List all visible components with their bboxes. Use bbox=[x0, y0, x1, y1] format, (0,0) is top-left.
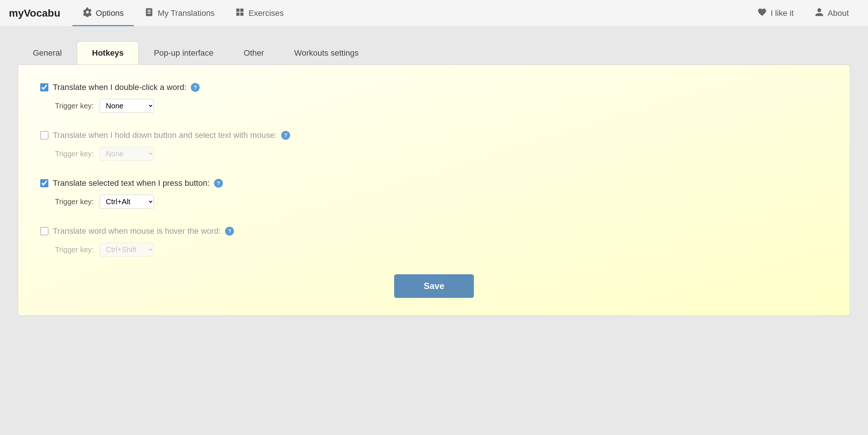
press-button-checkbox[interactable] bbox=[40, 179, 48, 187]
hover-trigger-select[interactable]: None Ctrl Alt Shift Ctrl+Alt Ctrl+Shift bbox=[100, 243, 154, 257]
save-button[interactable]: Save bbox=[394, 274, 474, 298]
nav-item-i-like-it-label: I like it bbox=[771, 8, 793, 18]
tabs: General Hotkeys Pop-up interface Other W… bbox=[18, 41, 850, 65]
nav-right: I like it About bbox=[747, 0, 859, 26]
settings-panel: Translate when I double-click a word: ? … bbox=[18, 65, 850, 316]
hold-button-checkbox[interactable] bbox=[40, 131, 48, 139]
setting-press-button-label-row: Translate selected text when I press but… bbox=[40, 178, 828, 188]
nav-item-exercises-label: Exercises bbox=[248, 8, 283, 18]
double-click-trigger-select[interactable]: None Ctrl Alt Shift Ctrl+Alt Ctrl+Shift bbox=[100, 99, 154, 113]
double-click-trigger-row: Trigger key: None Ctrl Alt Shift Ctrl+Al… bbox=[40, 99, 828, 113]
tab-general[interactable]: General bbox=[18, 41, 77, 65]
nav-item-options[interactable]: Options bbox=[72, 0, 134, 26]
setting-hover-label-row: Translate word when mouse is hover the w… bbox=[40, 226, 828, 236]
press-button-trigger-select[interactable]: None Ctrl Alt Shift Ctrl+Alt Ctrl+Shift bbox=[100, 195, 154, 209]
hold-button-trigger-label: Trigger key: bbox=[55, 150, 94, 158]
press-button-trigger-label: Trigger key: bbox=[55, 198, 94, 206]
setting-hover: Translate word when mouse is hover the w… bbox=[40, 226, 828, 257]
nav-item-exercises[interactable]: Exercises bbox=[225, 0, 294, 26]
setting-hold-button: Translate when I hold down button and se… bbox=[40, 130, 828, 161]
setting-double-click: Translate when I double-click a word: ? … bbox=[40, 83, 828, 113]
nav-item-my-translations-label: My Translations bbox=[158, 8, 214, 18]
nav-item-my-translations[interactable]: My Translations bbox=[134, 0, 225, 26]
setting-press-button: Translate selected text when I press but… bbox=[40, 178, 828, 209]
hover-label: Translate word when mouse is hover the w… bbox=[53, 226, 221, 236]
hold-button-trigger-select[interactable]: None Ctrl Alt Shift Ctrl+Alt Ctrl+Shift bbox=[100, 147, 154, 161]
hover-checkbox[interactable] bbox=[40, 227, 48, 235]
book-icon bbox=[144, 7, 154, 19]
tab-workouts-settings[interactable]: Workouts settings bbox=[279, 41, 373, 65]
tab-other[interactable]: Other bbox=[228, 41, 279, 65]
tab-hotkeys[interactable]: Hotkeys bbox=[77, 41, 139, 65]
navbar: myVocabu Options My Translations bbox=[0, 0, 868, 27]
hover-trigger-row: Trigger key: None Ctrl Alt Shift Ctrl+Al… bbox=[40, 243, 828, 257]
setting-hold-button-label-row: Translate when I hold down button and se… bbox=[40, 130, 828, 140]
main-content: General Hotkeys Pop-up interface Other W… bbox=[0, 27, 868, 331]
save-button-row: Save bbox=[40, 274, 828, 298]
grid-icon bbox=[235, 7, 245, 19]
nav-item-about[interactable]: About bbox=[804, 0, 860, 26]
hover-trigger-label: Trigger key: bbox=[55, 246, 94, 254]
double-click-label: Translate when I double-click a word: bbox=[53, 83, 186, 92]
double-click-checkbox[interactable] bbox=[40, 83, 48, 91]
double-click-help-icon[interactable]: ? bbox=[191, 83, 200, 92]
tab-popup-interface[interactable]: Pop-up interface bbox=[139, 41, 228, 65]
hold-button-help-icon[interactable]: ? bbox=[281, 131, 290, 140]
hold-button-trigger-row: Trigger key: None Ctrl Alt Shift Ctrl+Al… bbox=[40, 147, 828, 161]
press-button-help-icon[interactable]: ? bbox=[214, 179, 223, 188]
heart-icon bbox=[757, 7, 767, 19]
nav-items: Options My Translations Exercises bbox=[72, 0, 294, 26]
nav-item-about-label: About bbox=[828, 8, 849, 18]
press-button-trigger-row: Trigger key: None Ctrl Alt Shift Ctrl+Al… bbox=[40, 195, 828, 209]
hold-button-label: Translate when I hold down button and se… bbox=[53, 130, 277, 140]
app-title: myVocabu bbox=[9, 7, 61, 19]
person-icon bbox=[814, 7, 824, 19]
press-button-label: Translate selected text when I press but… bbox=[53, 178, 210, 188]
nav-item-i-like-it[interactable]: I like it bbox=[747, 0, 804, 26]
hover-help-icon[interactable]: ? bbox=[225, 227, 234, 236]
double-click-trigger-label: Trigger key: bbox=[55, 102, 94, 110]
setting-double-click-label-row: Translate when I double-click a word: ? bbox=[40, 83, 828, 92]
nav-item-options-label: Options bbox=[96, 8, 124, 18]
gear-icon bbox=[83, 7, 92, 19]
